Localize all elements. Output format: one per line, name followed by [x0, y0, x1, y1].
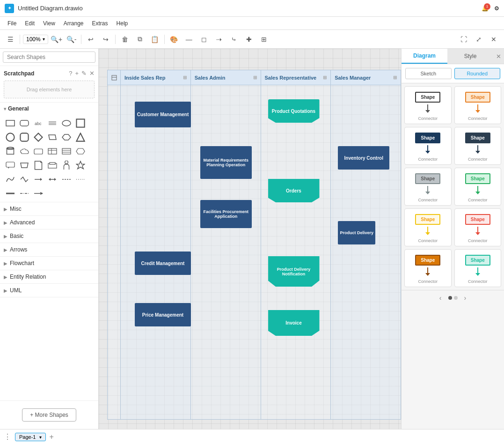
menu-extras[interactable]: Extras: [88, 19, 112, 28]
shape-cloud[interactable]: [18, 145, 31, 158]
style-card-darkblue[interactable]: Shape Connector: [404, 127, 452, 165]
tab-style[interactable]: Style: [447, 49, 493, 64]
node-material-requirements[interactable]: Material Requirements Planning Operation: [200, 146, 252, 179]
node-orders[interactable]: Orders: [268, 179, 320, 202]
line-color-button[interactable]: —: [183, 33, 196, 46]
scratchpad-close-icon[interactable]: ✕: [89, 70, 95, 77]
zoom-out-button[interactable]: 🔍-: [65, 33, 78, 46]
scratchpad-edit-icon[interactable]: ✎: [81, 70, 87, 77]
shape-scroll[interactable]: [32, 145, 45, 158]
menu-help[interactable]: Help: [113, 19, 132, 28]
waypoint-button[interactable]: ⤷: [227, 33, 241, 46]
scratchpad-help-icon[interactable]: ?: [69, 70, 72, 77]
fullscreen-button[interactable]: ⤢: [472, 33, 485, 46]
scratchpad-add-icon[interactable]: +: [75, 70, 79, 77]
style-card-orange[interactable]: Shape Connector: [454, 86, 502, 124]
shape-text[interactable]: abc: [32, 117, 45, 130]
zoom-in-button[interactable]: 🔍+: [50, 33, 63, 46]
notification-icon[interactable]: 🔔 1: [482, 5, 489, 12]
style-tab-rounded[interactable]: Rounded: [454, 68, 501, 79]
shape-table[interactable]: [46, 145, 59, 158]
shape-square[interactable]: [74, 117, 87, 130]
shape-curved-line[interactable]: [4, 173, 17, 186]
connector-style-button[interactable]: ⇢: [212, 33, 226, 46]
sidebar-toggle-button[interactable]: ☰: [4, 33, 17, 46]
shape-complex-line[interactable]: [32, 187, 45, 200]
node-facilities-procurement[interactable]: Facilities Procurement Application: [200, 200, 252, 228]
shape-lines[interactable]: [46, 117, 59, 130]
shape-diamond[interactable]: [32, 131, 45, 144]
bottom-menu-button[interactable]: ⋮: [4, 432, 11, 441]
shape-zigzag-line[interactable]: [18, 173, 31, 186]
node-customer-management[interactable]: Customer Management: [135, 102, 191, 127]
uml-section-header[interactable]: ▶ UML: [0, 284, 98, 297]
canvas[interactable]: Inside Sales Rep ⊞ Sales Admin ⊞ Sales R…: [99, 49, 401, 429]
arrows-section-header[interactable]: ▶ Arrows: [0, 243, 98, 256]
page-1-button[interactable]: Page-1 ▾: [15, 433, 46, 441]
node-product-delivery-notification[interactable]: Product Delivery Notification: [268, 256, 320, 287]
basic-section-header[interactable]: ▶ Basic: [0, 229, 98, 243]
style-nav-next[interactable]: ›: [461, 293, 469, 303]
insert-button[interactable]: ✚: [242, 33, 256, 46]
flowchart-section-header[interactable]: ▶ Flowchart: [0, 257, 98, 270]
node-inventory-control[interactable]: Inventory Control: [338, 146, 389, 170]
shape-dashed-line[interactable]: [60, 173, 73, 186]
shape-cylinder[interactable]: [4, 145, 17, 158]
right-panel-close-button[interactable]: ✕: [493, 49, 504, 64]
shape-arrow-right[interactable]: [32, 173, 45, 186]
style-dot-1[interactable]: [448, 296, 452, 300]
style-card-gray[interactable]: Shape Connector: [404, 168, 452, 206]
style-card-brown[interactable]: Shape Connector: [404, 249, 452, 287]
fill-color-button[interactable]: 🎨: [168, 33, 181, 46]
shape-circle[interactable]: [4, 131, 17, 144]
node-price-management[interactable]: Price Management: [135, 303, 191, 326]
advanced-section-header[interactable]: ▶ Advanced: [0, 216, 98, 229]
shape-hexagon[interactable]: [60, 131, 73, 144]
style-nav-prev[interactable]: ‹: [437, 293, 445, 303]
shape-triangle[interactable]: [74, 131, 87, 144]
general-section-header[interactable]: ▾ General: [0, 103, 98, 115]
add-page-button[interactable]: +: [50, 433, 54, 441]
swimlane-toggle[interactable]: [108, 70, 121, 85]
undo-button[interactable]: ↩: [84, 33, 97, 46]
misc-section-header[interactable]: ▶ Misc: [0, 202, 98, 215]
entity-relation-section-header[interactable]: ▶ Entity Relation: [0, 270, 98, 283]
search-input[interactable]: [3, 52, 95, 63]
tab-diagram[interactable]: Diagram: [402, 49, 447, 64]
shape-list[interactable]: [60, 145, 73, 158]
fit-page-button[interactable]: ⛶: [457, 33, 470, 46]
style-card-green[interactable]: Shape Connector: [454, 168, 502, 206]
shape-dotted-line[interactable]: [74, 173, 87, 186]
copy-button[interactable]: ⧉: [133, 33, 146, 46]
settings-icon[interactable]: ⚙: [494, 5, 499, 12]
node-invoice[interactable]: Invoice: [268, 310, 320, 336]
shape-ellipse[interactable]: [60, 117, 73, 130]
paste-button[interactable]: 📋: [148, 33, 161, 46]
scratchpad-title[interactable]: Scratchpad: [4, 70, 34, 77]
style-card-navy[interactable]: Shape Connector: [454, 127, 502, 165]
zoom-control[interactable]: 100% ▾: [23, 35, 48, 44]
shape-trapezoid[interactable]: [18, 159, 31, 172]
shape-parallelogram[interactable]: [46, 131, 59, 144]
style-card-yellow[interactable]: Shape Connector: [404, 208, 452, 246]
style-tab-sketch[interactable]: Sketch: [405, 68, 452, 79]
style-dot-2[interactable]: [454, 296, 458, 300]
node-product-delivery[interactable]: Product Delivery: [338, 221, 375, 244]
shape-arrow-both[interactable]: [46, 173, 59, 186]
shape-rectangle[interactable]: [4, 117, 17, 130]
node-product-quotations[interactable]: Product Quotations: [268, 99, 320, 123]
style-card-white[interactable]: Shape Connector: [404, 86, 452, 124]
menu-edit[interactable]: Edit: [21, 19, 38, 28]
menu-file[interactable]: File: [4, 19, 20, 28]
shape-thick-line[interactable]: [4, 187, 17, 200]
shape-process[interactable]: [74, 145, 87, 158]
shape-star[interactable]: [74, 159, 87, 172]
redo-button[interactable]: ↪: [99, 33, 112, 46]
shape-dash-dot-line[interactable]: [18, 187, 31, 200]
menu-view[interactable]: View: [39, 19, 59, 28]
shape-note[interactable]: [32, 159, 45, 172]
menu-arrange[interactable]: Arrange: [60, 19, 88, 28]
close-panel-button[interactable]: ✕: [487, 33, 500, 46]
shape-person[interactable]: [60, 159, 73, 172]
node-credit-management[interactable]: Credit Management: [135, 252, 191, 275]
